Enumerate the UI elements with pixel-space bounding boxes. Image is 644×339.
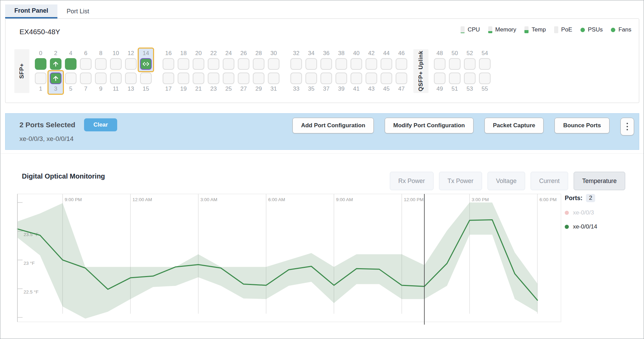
port-49[interactable]: [434, 73, 446, 84]
port-number-label: 13: [128, 85, 134, 93]
port-38[interactable]: [335, 58, 347, 70]
add-port-configuration-button[interactable]: Add Port Configuration: [292, 118, 374, 133]
port-51[interactable]: [449, 73, 461, 84]
port-55[interactable]: [479, 73, 491, 84]
port-number-label: 34: [308, 49, 315, 57]
port-cell-50: 50: [448, 49, 462, 71]
port-37[interactable]: [320, 73, 332, 84]
metric-tab-rx-power[interactable]: Rx Power: [390, 172, 434, 190]
legend-item-xe-0/0/14[interactable]: xe-0/0/14: [565, 223, 597, 230]
port-32[interactable]: [290, 58, 302, 70]
port-cell-20: 20: [191, 49, 206, 71]
port-27[interactable]: [238, 73, 249, 84]
port-34[interactable]: [305, 58, 317, 70]
port-22[interactable]: [208, 58, 219, 70]
metric-tab-voltage[interactable]: Voltage: [488, 172, 525, 190]
fans-status-dot-icon: [611, 28, 615, 32]
tab-front-panel[interactable]: Front Panel: [5, 4, 57, 18]
port-2[interactable]: [50, 58, 61, 70]
port-19[interactable]: [178, 73, 189, 84]
port-number-label: 37: [323, 85, 330, 93]
port-9[interactable]: [95, 73, 107, 84]
port-53[interactable]: [464, 73, 476, 84]
port-number-label: 20: [195, 49, 202, 57]
port-cell-44: 44: [379, 49, 394, 71]
health-legend-item-fans: Fans: [611, 26, 631, 33]
clear-selection-button[interactable]: Clear: [84, 118, 117, 131]
port-number-label: 36: [323, 49, 330, 57]
port-column: 3233: [289, 49, 303, 94]
port-7[interactable]: [80, 73, 92, 84]
port-40[interactable]: [351, 58, 362, 70]
port-cell-52: 52: [463, 49, 477, 71]
port-54[interactable]: [479, 58, 491, 70]
port-21[interactable]: [193, 73, 204, 84]
port-6[interactable]: [80, 58, 92, 70]
port-16[interactable]: [163, 58, 174, 70]
port-26[interactable]: [238, 58, 249, 70]
port-cell-9: 9: [94, 71, 108, 94]
port-17[interactable]: [163, 73, 174, 84]
port-31[interactable]: [268, 73, 279, 84]
port-44[interactable]: [381, 58, 392, 70]
health-legend: CPUMemoryTempPoEPSUsFans: [461, 26, 631, 33]
port-30[interactable]: [268, 58, 279, 70]
port-14[interactable]: [140, 58, 152, 70]
port-48[interactable]: [434, 58, 446, 70]
port-43[interactable]: [366, 73, 377, 84]
port-cell-16: 16: [161, 49, 176, 71]
port-number-label: 39: [338, 85, 345, 93]
port-35[interactable]: [305, 73, 317, 84]
packet-capture-button[interactable]: Packet Capture: [484, 118, 544, 133]
port-4[interactable]: [65, 58, 77, 70]
modify-port-configuration-button[interactable]: Modify Port Configuration: [385, 118, 474, 133]
port-15[interactable]: [140, 73, 152, 84]
port-36[interactable]: [320, 58, 332, 70]
bounce-ports-button[interactable]: Bounce Ports: [554, 118, 609, 133]
port-cell-47: 47: [394, 71, 409, 94]
selected-ports-count: 2 Ports Selected: [19, 121, 75, 129]
port-29[interactable]: [253, 73, 264, 84]
port-12[interactable]: [125, 58, 137, 70]
tab-port-list[interactable]: Port List: [57, 4, 98, 18]
port-42[interactable]: [366, 58, 377, 70]
port-50[interactable]: [449, 58, 461, 70]
port-1[interactable]: [35, 73, 46, 84]
poe-gauge-icon: [554, 26, 558, 33]
port-10[interactable]: [110, 58, 122, 70]
port-5[interactable]: [65, 73, 77, 84]
port-52[interactable]: [464, 58, 476, 70]
port-cell-34: 34: [304, 49, 318, 71]
port-18[interactable]: [178, 58, 189, 70]
port-number-label: 28: [256, 49, 262, 57]
port-number-label: 53: [467, 85, 473, 93]
port-45[interactable]: [381, 73, 392, 84]
port-23[interactable]: [208, 73, 219, 84]
port-cell-6: 6: [79, 49, 93, 71]
port-number-label: 25: [225, 85, 232, 93]
port-cell-37: 37: [319, 71, 333, 94]
port-number-label: 6: [84, 49, 87, 57]
port-11[interactable]: [110, 73, 122, 84]
legend-item-xe-0/0/3[interactable]: xe-0/0/3: [565, 209, 597, 216]
port-47[interactable]: [396, 73, 407, 84]
port-20[interactable]: [193, 58, 204, 70]
more-actions-button[interactable]: [620, 118, 634, 135]
port-0[interactable]: [35, 58, 46, 70]
port-13[interactable]: [125, 73, 137, 84]
port-number-label: 11: [113, 85, 119, 93]
port-25[interactable]: [223, 73, 234, 84]
metric-tab-tx-power[interactable]: Tx Power: [439, 172, 482, 190]
port-number-label: 32: [293, 49, 300, 57]
port-8[interactable]: [95, 58, 107, 70]
port-28[interactable]: [253, 58, 264, 70]
port-24[interactable]: [223, 58, 234, 70]
metric-tab-temperature[interactable]: Temperature: [574, 172, 625, 190]
metric-tab-current[interactable]: Current: [531, 172, 568, 190]
port-41[interactable]: [351, 73, 362, 84]
port-3[interactable]: [50, 73, 61, 84]
port-39[interactable]: [335, 73, 347, 84]
port-46[interactable]: [396, 58, 407, 70]
port-33[interactable]: [290, 73, 302, 84]
port-column: 3435: [304, 49, 318, 94]
